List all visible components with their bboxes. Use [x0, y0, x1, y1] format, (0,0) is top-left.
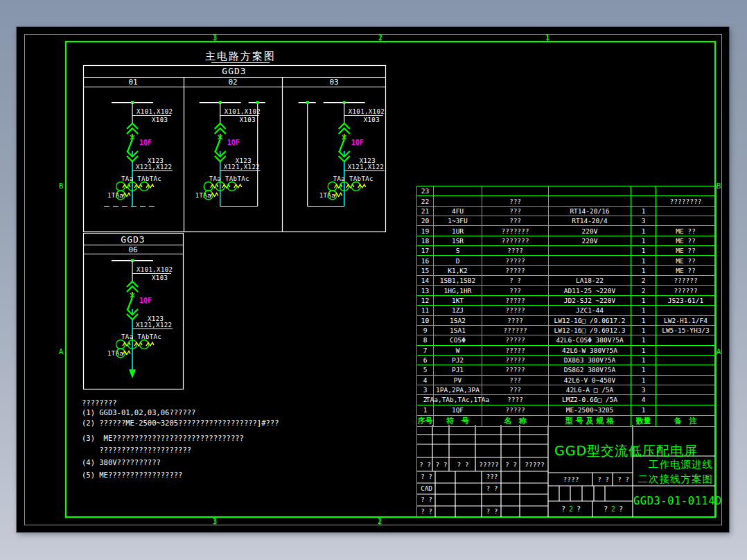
- table-cell: 9: [417, 326, 434, 335]
- svg-text:X103: X103: [152, 116, 168, 123]
- table-row: 101SA2????LW12-16□ /9.0617.21LW2-H1.1/F4: [417, 316, 716, 326]
- table-row: 201~3FU???RT14-20/43: [417, 216, 716, 226]
- circuit-03: X101,X102X1031QFX123X121,X122TAa TAbTAc1…: [299, 101, 385, 207]
- table-cell: 2: [631, 286, 656, 295]
- scheme-name-line2: 二次接线方案图: [635, 472, 713, 486]
- table-cell: [631, 186, 656, 196]
- table-cell: [656, 376, 715, 385]
- table-cell: 23: [417, 186, 434, 196]
- table-cell: 16: [417, 256, 434, 265]
- table-cell: RT14-20/4: [549, 216, 631, 226]
- table-cell: ?????: [482, 266, 549, 276]
- parts-table: 2322???????????214FU???RT14-20/161201~3F…: [416, 186, 717, 427]
- table-row: 8COSΦ?????42L6-COSΦ 380V?5A1: [417, 335, 716, 345]
- table-cell: 220V: [549, 236, 631, 246]
- svg-text:X121,X122: X121,X122: [136, 322, 172, 329]
- table-cell: W: [434, 346, 482, 356]
- table-row: 23: [417, 186, 716, 196]
- svg-text:X121,X122: X121,X122: [348, 164, 384, 170]
- table-cell: ??????: [482, 326, 549, 335]
- table-cell: 1HG,1HR: [434, 286, 482, 295]
- svg-text:X103: X103: [364, 116, 380, 123]
- table-cell: 42L6-COSΦ 380V?5A: [549, 335, 631, 345]
- sign-cell: ? ?: [482, 506, 502, 517]
- table-cell: 1: [417, 405, 434, 415]
- table-cell: 1KT: [434, 296, 482, 306]
- table-cell: COSΦ: [434, 335, 482, 345]
- drawing-number: GGD3-01-0114D: [633, 486, 716, 517]
- table-cell: 42L6-A □ /5A: [549, 385, 631, 395]
- table-cell: 1: [631, 296, 656, 306]
- note-line: (2) ??????ME-2500~3205??????????????????…: [82, 419, 279, 427]
- table-cell: 1SA1: [434, 326, 482, 335]
- table-cell: [482, 186, 549, 196]
- table-cell: 19: [417, 226, 434, 236]
- table-cell: AD11-25 ~220V: [549, 286, 631, 295]
- svg-text:1QF: 1QF: [139, 297, 152, 304]
- table-cell: [656, 405, 715, 415]
- note-line: (3) ME??????????????????????????????: [82, 434, 244, 442]
- table-cell: [656, 335, 715, 345]
- table-cell: ?????: [482, 346, 549, 356]
- table-cell: 4: [631, 395, 656, 405]
- frame-marker-top-3: 3: [213, 33, 218, 42]
- table-cell: ????: [482, 316, 549, 326]
- table-cell: 11: [417, 306, 434, 315]
- table-cell: [656, 365, 715, 375]
- table-cell: 1: [631, 266, 656, 276]
- table-row: 6PJ2?????DX863 380V?5A1: [417, 356, 716, 365]
- table-cell: 18: [417, 236, 434, 246]
- sheet-text: ?: [604, 505, 608, 513]
- scheme-col-06: 06: [128, 245, 137, 254]
- frame-marker-bottom-3: 3: [213, 517, 218, 526]
- svg-text:1QF: 1QF: [351, 139, 364, 146]
- table-cell: 4: [417, 376, 434, 385]
- svg-text:1TAa: 1TAa: [195, 192, 211, 199]
- table-cell: [549, 246, 631, 256]
- table-cell: PV: [434, 376, 482, 385]
- frame-marker-left-b: B: [59, 182, 64, 191]
- table-cell: 3: [631, 385, 656, 395]
- table-cell: LW5-15-YH3/3: [656, 326, 715, 335]
- table-cell: 1: [631, 356, 656, 365]
- table-row: 131HG,1HR???AD11-25 ~220V2??????: [417, 286, 716, 295]
- svg-text:1TAa: 1TAa: [107, 192, 123, 199]
- table-cell: 17: [417, 246, 434, 256]
- svg-text:X101,X102: X101,X102: [349, 108, 385, 115]
- table-cell: 3: [631, 216, 656, 226]
- frame-marker-top-2: 2: [378, 33, 383, 42]
- table-cell: TAa,TAb,TAc,1TAa: [434, 395, 482, 405]
- table-cell: 21: [417, 207, 434, 216]
- table-cell: [656, 385, 715, 395]
- table-cell: DX863 380V?5A: [549, 356, 631, 365]
- sign-cell: ???: [482, 471, 502, 482]
- table-cell: ???????: [482, 236, 549, 246]
- table-cell: JS23-61/1: [656, 296, 715, 306]
- table-cell: ?????: [482, 405, 549, 415]
- sheet-text: ?: [577, 505, 581, 513]
- svg-text:1TAa: 1TAa: [319, 192, 335, 199]
- table-cell: ????????: [656, 196, 715, 206]
- stage-cell: ????: [549, 473, 593, 486]
- table-cell: ?????: [482, 256, 549, 265]
- sign-cell: CAD: [417, 483, 436, 494]
- table-cell: [656, 306, 715, 315]
- table-cell: ???: [482, 376, 549, 385]
- circuit-01: X101,X102X1031QFX123X121,X122TAa TAbTAc1…: [104, 101, 173, 207]
- parts-table-rows: 2322???????????214FU???RT14-20/161201~3F…: [417, 186, 716, 415]
- table-cell: JD2-SJ2 ~220V: [549, 296, 631, 306]
- sign-cell: ? ?: [450, 458, 476, 471]
- table-cell: 42L6-W 380V?5A: [549, 346, 631, 356]
- table-cell: 1: [631, 246, 656, 256]
- table-cell: [434, 196, 482, 206]
- table-cell: 1SR: [434, 236, 482, 246]
- table-cell: LA18-22: [549, 276, 631, 286]
- table-cell: 8: [417, 335, 434, 345]
- table-row: 22???????????: [417, 196, 716, 206]
- table-cell: K1,K2: [434, 266, 482, 276]
- sign-cell: ? ?: [417, 506, 436, 517]
- table-row: 31PA,2PA,3PA???42L6-A □ /5A3: [417, 385, 716, 395]
- table-cell: 1: [631, 346, 656, 356]
- table-cell: [656, 186, 715, 196]
- table-cell: ????: [482, 246, 549, 256]
